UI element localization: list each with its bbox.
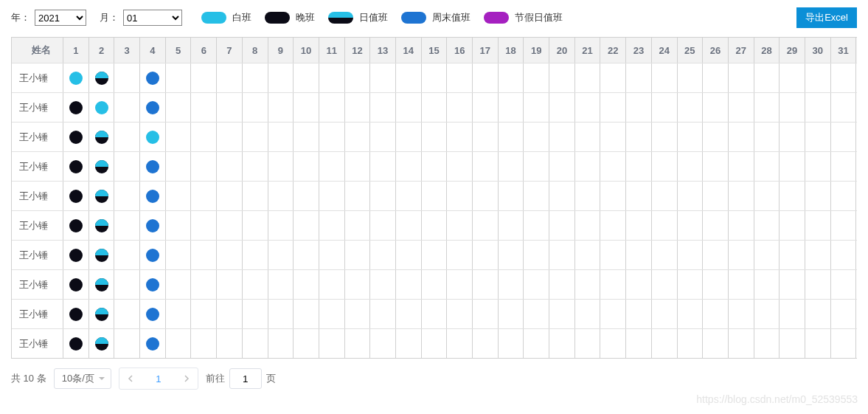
day-cell [780,329,805,358]
table-row: 王小锤 [12,328,857,358]
day-cell [575,300,601,328]
day-cell [217,152,243,181]
day-cell [524,152,549,181]
day-cell [268,182,294,210]
table-row: 王小锤 [12,92,857,122]
shift-dot-icon [95,160,108,173]
day-cell [345,123,371,151]
day-cell [473,300,499,328]
grid-header: 姓名12345678910111213141516171819202122232… [12,38,857,63]
shift-dot-icon [95,308,108,321]
day-cell [499,329,524,358]
jump-suffix: 页 [266,372,276,385]
day-cell [166,329,192,358]
shift-dot-icon [95,249,108,262]
day-cell [243,93,268,122]
day-cell [652,152,678,181]
day-cell [114,63,140,92]
shift-dot-icon [69,337,83,351]
day-cell [319,300,345,328]
day-cell [319,63,345,92]
shift-dot-icon [146,308,159,321]
next-page-button[interactable] [176,368,198,389]
day-cell [831,270,857,299]
day-cell [345,182,371,210]
page-size-select[interactable]: 10条/页 [54,368,111,389]
day-cell [473,123,499,151]
day-cell [89,270,115,299]
day-cell [729,182,754,210]
day-cell [499,152,524,181]
day-cell [678,93,704,122]
day-column-header: 21 [575,38,601,63]
day-cell [780,300,805,328]
day-cell [575,123,601,151]
day-cell [729,211,754,240]
day-cell [754,211,780,240]
day-cell [652,63,678,92]
day-cell [370,123,396,151]
day-cell [370,329,396,358]
legend-item: 节假日值班 [484,11,563,24]
month-select[interactable]: 01 [123,10,182,26]
name-cell: 王小锤 [12,211,63,240]
day-cell [447,211,473,240]
day-cell [575,329,601,358]
day-cell [268,241,294,269]
day-cell [447,152,473,181]
day-cell [396,63,422,92]
day-cell [780,152,805,181]
jump-input[interactable] [229,368,262,389]
name-cell: 王小锤 [12,300,63,328]
day-cell [422,211,448,240]
day-column-header: 23 [626,38,652,63]
day-cell [243,329,268,358]
day-cell [524,211,549,240]
day-cell [549,270,575,299]
day-cell [575,63,601,92]
day-cell [831,211,857,240]
day-cell [140,63,166,92]
day-cell [729,300,754,328]
day-column-header: 8 [243,38,268,63]
day-cell [140,93,166,122]
day-cell [626,182,652,210]
day-column-header: 3 [114,38,140,63]
day-cell [447,329,473,358]
day-cell [63,182,89,210]
table-row: 王小锤 [12,269,857,299]
day-column-header: 26 [703,38,729,63]
day-cell [114,182,140,210]
shift-dot-icon [146,337,159,351]
day-cell [729,329,754,358]
page-jump: 前往 页 [206,368,276,389]
day-cell [805,241,831,269]
table-row: 王小锤 [12,240,857,269]
shift-dot-icon [146,278,159,291]
day-cell [319,93,345,122]
day-cell [63,93,89,122]
day-cell [754,182,780,210]
year-select[interactable]: 2021 [35,10,86,26]
day-cell [678,300,704,328]
day-cell [473,152,499,181]
day-cell [805,63,831,92]
day-cell [294,241,319,269]
day-column-header: 17 [473,38,499,63]
day-cell [678,270,704,299]
day-cell [89,182,115,210]
day-cell [678,182,704,210]
shift-dot-icon [146,101,159,114]
legend-item: 周末值班 [401,11,471,24]
prev-page-button[interactable] [119,368,142,389]
export-button[interactable]: 导出Excel [796,7,857,28]
day-cell [396,241,422,269]
day-cell [166,182,192,210]
day-cell [652,123,678,151]
day-cell [780,270,805,299]
day-cell [600,300,626,328]
current-page[interactable]: 1 [142,373,176,384]
day-column-header: 13 [370,38,396,63]
name-cell: 王小锤 [12,93,63,122]
day-cell [217,63,243,92]
